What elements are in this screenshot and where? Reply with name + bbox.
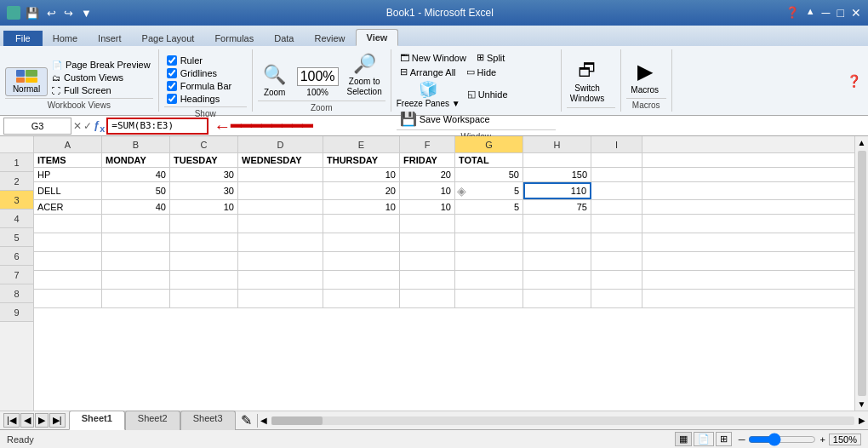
- cell-I5[interactable]: [591, 215, 642, 233]
- cell-I7[interactable]: [591, 252, 642, 270]
- cell-I4[interactable]: [591, 200, 642, 214]
- cell-C7[interactable]: [170, 252, 238, 270]
- zoom-selection-button[interactable]: 🔎 Zoom toSelection: [344, 51, 385, 99]
- sheet-nav-first[interactable]: |◀: [3, 413, 20, 428]
- cell-C6[interactable]: [170, 233, 238, 251]
- cell-G4[interactable]: 5: [455, 200, 523, 214]
- cell-I1[interactable]: [591, 153, 642, 167]
- cell-A5[interactable]: [34, 215, 102, 233]
- tab-home[interactable]: Home: [43, 31, 88, 46]
- sheet-tab-sheet1[interactable]: Sheet1: [69, 411, 125, 430]
- cell-A1[interactable]: ITEMS: [34, 153, 102, 167]
- sheet-tab-sheet3[interactable]: Sheet3: [180, 411, 236, 430]
- sheet-nav-next[interactable]: ▶: [35, 413, 49, 428]
- col-header-H[interactable]: H: [523, 136, 591, 152]
- cell-E9[interactable]: [323, 290, 400, 307]
- col-header-F[interactable]: F: [400, 136, 455, 152]
- cell-B6[interactable]: [102, 233, 170, 251]
- cell-E2[interactable]: 10: [323, 168, 400, 181]
- zoom-button[interactable]: 🔍 Zoom: [258, 62, 292, 99]
- cell-H2[interactable]: 150: [523, 168, 591, 181]
- sheet-nav-prev[interactable]: ◀: [20, 413, 34, 428]
- cell-G3[interactable]: 110: [523, 182, 591, 199]
- arrange-all-btn[interactable]: ⊟ Arrange All: [397, 66, 460, 78]
- cell-A3[interactable]: DELL: [34, 182, 102, 199]
- cell-H1[interactable]: [523, 153, 591, 167]
- add-sheet-btn[interactable]: ✎: [236, 411, 257, 430]
- cell-H4[interactable]: 75: [523, 200, 591, 214]
- cell-F3-value[interactable]: 5: [505, 186, 519, 196]
- cell-D1[interactable]: WEDNESDAY: [238, 153, 323, 167]
- col-header-A[interactable]: A: [34, 136, 102, 152]
- tab-page-layout[interactable]: Page Layout: [132, 31, 205, 46]
- cell-G8[interactable]: [455, 271, 523, 289]
- cell-C8[interactable]: [170, 271, 238, 289]
- cell-I9[interactable]: [591, 290, 642, 307]
- ribbon-collapse-btn[interactable]: ▲: [806, 6, 815, 20]
- tab-view[interactable]: View: [356, 29, 399, 46]
- cell-F3[interactable]: 10: [400, 182, 455, 199]
- zoom-slider[interactable]: [748, 435, 816, 444]
- unhide-btn[interactable]: ◱ Unhide: [464, 80, 511, 108]
- cell-F5[interactable]: [400, 215, 455, 233]
- full-screen-btn[interactable]: ⛶ Full Screen: [49, 84, 153, 96]
- headings-toggle[interactable]: Headings: [164, 93, 235, 105]
- cell-G2[interactable]: 50: [455, 168, 523, 181]
- help-btn[interactable]: ❓: [785, 6, 799, 20]
- cell-F8[interactable]: [400, 271, 455, 289]
- col-header-E[interactable]: E: [323, 136, 400, 152]
- cell-F1[interactable]: FRIDAY: [400, 153, 455, 167]
- cell-E6[interactable]: [323, 233, 400, 251]
- cell-A9[interactable]: [34, 290, 102, 307]
- cell-H6[interactable]: [523, 233, 591, 251]
- formula-bar-checkbox[interactable]: [167, 81, 177, 91]
- h-scroll-thumb[interactable]: [271, 416, 323, 425]
- normal-view-status-btn[interactable]: ▦: [675, 432, 692, 446]
- vertical-scrollbar[interactable]: ▲ ▼: [854, 136, 868, 411]
- gridlines-checkbox[interactable]: [167, 68, 177, 78]
- macros-button[interactable]: ▶ Macros: [626, 58, 664, 96]
- cell-A4[interactable]: ACER: [34, 200, 102, 214]
- cell-C3[interactable]: 30: [170, 182, 238, 199]
- cell-B8[interactable]: [102, 271, 170, 289]
- cell-B9[interactable]: [102, 290, 170, 307]
- cell-G1[interactable]: TOTAL: [455, 153, 523, 167]
- cell-D2[interactable]: [238, 168, 323, 181]
- cell-I3[interactable]: [591, 182, 642, 199]
- restore-btn[interactable]: □: [837, 6, 844, 20]
- page-break-status-btn[interactable]: ⊞: [716, 432, 732, 446]
- cell-H9[interactable]: [523, 290, 591, 307]
- cancel-formula-icon[interactable]: ✕: [73, 120, 82, 132]
- save-quick-btn[interactable]: 💾: [23, 6, 42, 20]
- hide-btn[interactable]: ▭ Hide: [463, 66, 500, 78]
- zoom-out-btn[interactable]: ─: [739, 434, 745, 445]
- cell-E8[interactable]: [323, 271, 400, 289]
- cell-B3[interactable]: 50: [102, 182, 170, 199]
- headings-checkbox[interactable]: [167, 94, 177, 104]
- scroll-right-btn[interactable]: ▶: [856, 415, 868, 426]
- cell-A7[interactable]: [34, 252, 102, 270]
- split-btn[interactable]: ⊞ Split: [473, 51, 508, 64]
- cell-F4[interactable]: 10: [400, 200, 455, 214]
- formula-display[interactable]: =SUM(B3:E3): [106, 118, 208, 135]
- horizontal-scrollbar[interactable]: ◀ ▶: [257, 414, 868, 428]
- cell-G9[interactable]: [455, 290, 523, 307]
- tab-data[interactable]: Data: [264, 31, 304, 46]
- row-header-7[interactable]: 7: [0, 266, 33, 284]
- tab-insert[interactable]: Insert: [88, 31, 132, 46]
- cell-G5[interactable]: [455, 215, 523, 233]
- cell-H8[interactable]: [523, 271, 591, 289]
- switch-windows-button[interactable]: 🗗 SwitchWindows: [567, 58, 608, 106]
- sheet-nav-last[interactable]: ▶|: [49, 413, 66, 428]
- cell-C4[interactable]: 10: [170, 200, 238, 214]
- confirm-formula-icon[interactable]: ✓: [83, 120, 92, 132]
- cell-I2[interactable]: [591, 168, 642, 181]
- cell-D6[interactable]: [238, 233, 323, 251]
- scroll-thumb[interactable]: [858, 151, 866, 396]
- row-header-2[interactable]: 2: [0, 172, 33, 191]
- cell-E5[interactable]: [323, 215, 400, 233]
- close-btn[interactable]: ✕: [851, 6, 861, 20]
- normal-view-button[interactable]: Normal: [5, 67, 48, 96]
- ribbon-help-icon[interactable]: ❓: [847, 74, 861, 88]
- row-header-8[interactable]: 8: [0, 284, 33, 303]
